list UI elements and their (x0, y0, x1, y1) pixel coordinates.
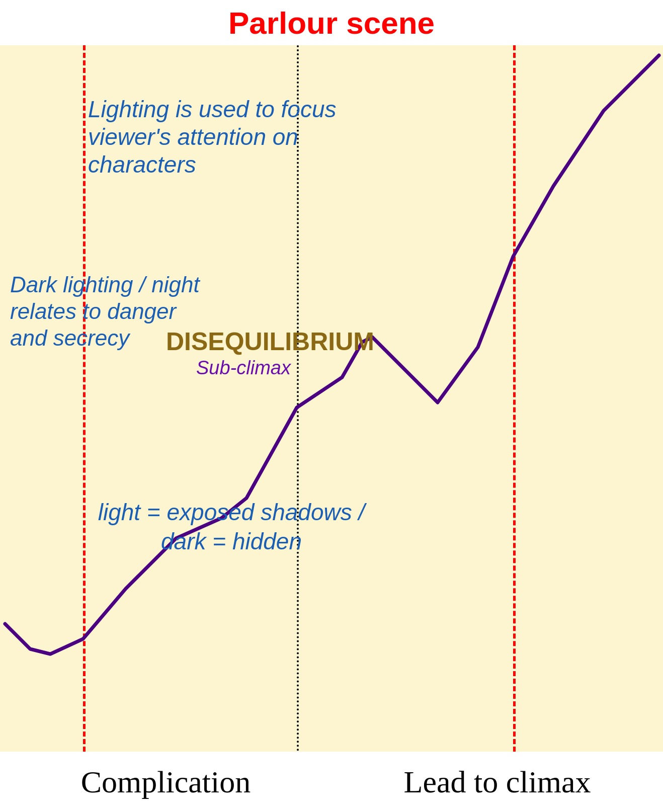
annotation-light-exposed: light = exposed shadows / dark = hidden (91, 498, 372, 556)
title-bar: Parlour scene (0, 0, 663, 45)
main-area: Lighting is used to focus viewer's atten… (0, 45, 663, 752)
annotation-lighting-focus: Lighting is used to focus viewer's atten… (88, 96, 340, 179)
bottom-bar: Complication Lead to climax (0, 752, 663, 812)
page-title: Parlour scene (228, 5, 435, 41)
annotation-disequilibrium: DISEQUILIBRIUM (166, 327, 374, 356)
page-container: Parlour scene Lighting is used to focus … (0, 0, 663, 812)
bottom-left-label: Complication (0, 764, 332, 800)
annotation-subclimax: Sub-climax (196, 357, 291, 379)
bottom-right-label: Lead to climax (332, 764, 663, 800)
